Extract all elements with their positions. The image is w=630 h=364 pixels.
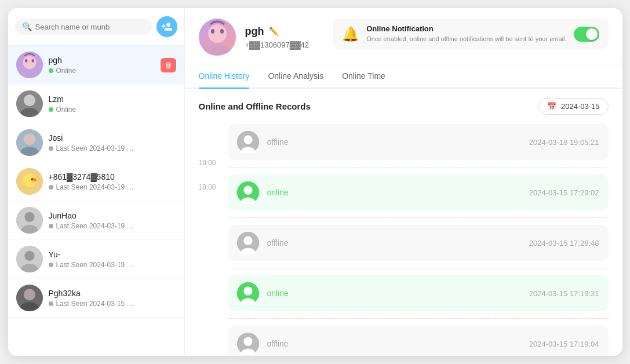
record-avatar-4: [237, 333, 259, 355]
record-status-0: offline: [267, 137, 521, 147]
edit-profile-icon[interactable]: ✏️: [269, 27, 279, 36]
contact-info-josi: Josi Last Seen 2024-03-19 …: [49, 133, 176, 152]
contact-status-yu: Last Seen 2024-03-19 …: [49, 261, 176, 269]
contact-status-text-josi: Last Seen 2024-03-19 …: [56, 144, 134, 152]
contact-name-josi: Josi: [49, 133, 176, 143]
search-input-wrap[interactable]: 🔍: [15, 19, 152, 35]
record-avatar-2: [237, 232, 259, 254]
status-dot-josi: [49, 146, 53, 151]
contact-item-lzm[interactable]: Lzm Online: [8, 85, 184, 123]
timeline-labels: 19:0018:00: [199, 124, 228, 356]
timeline-label: 19:00: [199, 159, 228, 167]
tab-time[interactable]: Online Time: [342, 64, 385, 89]
contact-status-josi: Last Seen 2024-03-19 …: [49, 144, 176, 152]
record-avatar-1: [237, 181, 259, 203]
record-item: online 2024-03-15 17:29:02: [228, 174, 609, 210]
search-bar: 🔍: [8, 8, 184, 46]
notification-text: Online Notification Once enabled, online…: [366, 24, 566, 43]
svg-point-26: [220, 29, 224, 34]
notification-title: Online Notification: [366, 24, 566, 33]
contact-status-lzm: Online: [49, 105, 176, 114]
svg-point-2: [25, 59, 27, 63]
record-time-2: 2024-03-15 17:28:48: [529, 239, 599, 247]
contact-avatar-josi: [16, 129, 43, 156]
contact-name-yu: Yu-: [49, 250, 176, 259]
contact-name-pgh32ka: Pgh32ka: [49, 289, 176, 298]
contact-avatar-phone: [16, 168, 43, 195]
svg-point-18: [24, 251, 34, 261]
app-container: 🔍 pgh Online 🗑 Lzm: [8, 8, 622, 356]
contact-status-text-lzm: Online: [56, 105, 77, 114]
contact-item-phone[interactable]: +861▓3274▓5810 Last Seen 2024-03-19 …: [8, 162, 184, 201]
records-header: Online and Offline Records 📅 2024-03-15: [199, 98, 609, 115]
contact-status-text-pgh: Online: [56, 67, 77, 75]
profile-name-text: pgh: [245, 26, 264, 38]
record-avatar-0: [237, 131, 259, 153]
svg-point-21: [23, 289, 35, 300]
contact-avatar-lzm: [16, 90, 43, 117]
date-picker-button[interactable]: 📅 2024-03-15: [538, 98, 609, 115]
svg-point-8: [23, 133, 35, 145]
profile-header: pgh ✏️ +▓▓1306097▓▓42 🔔 Online Notificat…: [185, 8, 622, 64]
contact-status-text-phone: Last Seen 2024-03-19 …: [56, 183, 134, 191]
status-dot-pgh: [49, 68, 53, 73]
contact-item-josi[interactable]: Josi Last Seen 2024-03-19 …: [8, 123, 184, 162]
svg-point-24: [208, 24, 227, 43]
contact-name-lzm: Lzm: [49, 94, 176, 104]
main-content: pgh ✏️ +▓▓1306097▓▓42 🔔 Online Notificat…: [185, 8, 622, 356]
record-item: offline 2024-03-15 17:19:04: [228, 326, 609, 356]
contact-info-phone: +861▓3274▓5810 Last Seen 2024-03-19 …: [49, 172, 176, 191]
record-item: online 2024-03-15 17:19:31: [228, 275, 609, 311]
contact-item-yu[interactable]: Yu- Last Seen 2024-03-19 …: [8, 240, 184, 279]
svg-point-34: [243, 236, 252, 245]
notification-toggle[interactable]: [574, 27, 599, 42]
notification-description: Once enabled, online and offline notific…: [366, 35, 566, 43]
record-item: offline 2024-03-15 17:28:48: [228, 225, 609, 261]
svg-point-25: [211, 29, 214, 34]
contact-status-pgh: Online: [49, 67, 161, 75]
records-area: Online and Offline Records 📅 2024-03-15 …: [185, 89, 622, 356]
tab-history[interactable]: Online History: [199, 64, 250, 89]
delete-contact-button-pgh[interactable]: 🗑: [161, 58, 176, 72]
svg-point-15: [24, 212, 34, 222]
contact-info-yu: Yu- Last Seen 2024-03-19 …: [49, 250, 176, 269]
contact-name-phone: +861▓3274▓5810: [49, 172, 176, 181]
contact-list: pgh Online 🗑 Lzm Online Josi: [8, 46, 184, 356]
contact-item-pgh[interactable]: pgh Online 🗑: [8, 46, 184, 85]
notification-bell-icon: 🔔: [342, 26, 359, 42]
status-dot-junhao: [49, 224, 53, 228]
svg-point-37: [243, 287, 252, 296]
records-title: Online and Offline Records: [199, 101, 311, 111]
contact-status-junhao: Last Seen 2024-03-19 …: [49, 222, 176, 230]
contact-item-pgh32ka[interactable]: Pgh32ka Last Seen 2024-03-15 …: [8, 279, 184, 318]
contact-avatar-pgh: [16, 52, 43, 78]
contact-info-pgh: pgh Online: [49, 56, 161, 75]
add-friend-button[interactable]: [156, 16, 177, 37]
record-status-1: online: [267, 188, 521, 197]
add-friend-icon: [161, 21, 173, 32]
record-status-2: offline: [267, 238, 521, 247]
contact-status-phone: Last Seen 2024-03-19 …: [49, 183, 176, 191]
contact-item-junhao[interactable]: JunHao Last Seen 2024-03-19 …: [8, 201, 184, 240]
search-input[interactable]: [35, 23, 145, 31]
profile-avatar-image: [199, 19, 236, 56]
sidebar: 🔍 pgh Online 🗑 Lzm: [8, 8, 185, 356]
contact-avatar-pgh32ka: [16, 285, 43, 311]
status-dot-yu: [49, 263, 53, 267]
record-time-1: 2024-03-15 17:29:02: [529, 188, 599, 197]
contact-name-pgh: pgh: [49, 56, 161, 65]
contact-avatar-yu: [16, 246, 43, 272]
record-divider: [228, 167, 609, 168]
svg-point-23: [201, 45, 234, 56]
search-icon: 🔍: [22, 22, 32, 31]
status-dot-phone: [49, 185, 53, 190]
status-dot-pgh32ka: [49, 301, 53, 306]
tabs: Online HistoryOnline AnalysisOnline Time: [185, 64, 622, 89]
record-item: offline 2024-03-18 19:05:21: [228, 124, 609, 160]
contact-status-text-junhao: Last Seen 2024-03-19 …: [56, 222, 134, 230]
svg-point-1: [23, 56, 36, 69]
contact-info-junhao: JunHao Last Seen 2024-03-19 …: [49, 211, 176, 230]
contact-info-pgh32ka: Pgh32ka Last Seen 2024-03-15 …: [49, 289, 176, 308]
svg-point-40: [243, 337, 252, 346]
tab-analysis[interactable]: Online Analysis: [268, 64, 323, 89]
